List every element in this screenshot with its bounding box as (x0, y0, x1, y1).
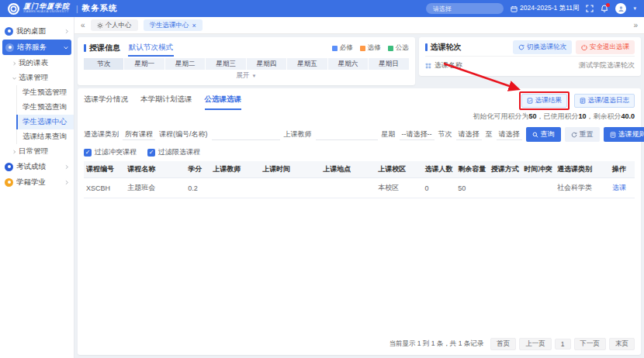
brand-block: 厦门华厦学院 XIAMEN HUAXIA UNIVERSITY (23, 3, 70, 14)
global-search-input[interactable] (426, 3, 504, 14)
cell-category: 社会科学类 (555, 178, 610, 198)
period-to-select[interactable]: 请选择 (497, 129, 522, 140)
student-status-icon (5, 178, 13, 187)
chevron-right-icon (12, 61, 16, 66)
timetable-header-row: 节次 星期一 星期二 星期三 星期四 星期五 星期六 星期日 (84, 58, 409, 70)
tab-personal-center[interactable]: 个人中心 (91, 19, 138, 31)
sidebar-item-my-desktop[interactable]: 我的桌面 (0, 23, 74, 39)
user-avatar[interactable] (615, 3, 626, 14)
page-1-button[interactable]: 1 (555, 339, 571, 349)
sidebar-item-exam-grades[interactable]: 考试成绩 (0, 159, 74, 174)
cell-location (320, 178, 376, 198)
notification-bell-icon[interactable] (601, 5, 608, 12)
page-tabbar: « 个人中心 学生选课中心 × » (74, 17, 644, 34)
elective-color-swatch (360, 46, 365, 51)
course-type-legend: 必修 选修 公选 (332, 43, 409, 53)
main-area: « 个人中心 学生选课中心 × » 授课信息 默认节次模式 必修 选修 (74, 17, 644, 358)
sidebar-item-student-preselect-query[interactable]: 学生预选查询 (16, 100, 74, 115)
sidebar-item-student-status[interactable]: 学籍学业 (0, 174, 74, 190)
exit-selection-button[interactable]: 安全退出选课 (576, 40, 635, 54)
selection-tabs: 选课学分情况 本学期计划选课 公选课选课 (84, 91, 241, 110)
grid-icon (425, 63, 431, 69)
cell-course-code: XSCBH (84, 178, 125, 198)
sidebar-item-student-course-center[interactable]: 学生选课中心 (16, 115, 74, 129)
sidebar-item-my-timetable[interactable]: 我的课表 (0, 56, 74, 71)
cell-credits: 0.2 (185, 178, 210, 198)
tabs-expand-icon[interactable]: » (633, 21, 638, 29)
prev-page-button[interactable]: 上一页 (519, 338, 552, 350)
reset-button[interactable]: 重置 (565, 127, 600, 142)
period-from-select[interactable]: 请选择 (456, 129, 482, 140)
default-period-mode-tab[interactable]: 默认节次模式 (128, 40, 174, 57)
next-page-button[interactable]: 下一页 (574, 338, 607, 350)
points-initial: 50 (528, 112, 536, 120)
teacher-input[interactable] (316, 129, 378, 140)
timetable-expand-toggle[interactable]: 展开 ▼ (84, 70, 409, 82)
term-week-selector[interactable]: 2024-2025-1 第11周 (511, 4, 579, 13)
teaching-info-title: 授课信息 (89, 43, 120, 53)
course-selection-panel: 选课学分情况 本学期计划选课 公选课选课 选课结果 选课/退选日志 (78, 88, 641, 355)
sidebar-item-selection-result-query[interactable]: 选课结果查询 (16, 129, 74, 144)
col-tuesday: 星期二 (165, 58, 206, 70)
weekday-label: 星期 (382, 129, 396, 139)
tabs-collapse-icon[interactable]: « (81, 21, 85, 29)
user-menu-caret-icon[interactable]: ▾ (633, 5, 636, 12)
sidebar-item-training-services[interactable]: 培养服务 (2, 40, 71, 55)
course-table: 课程编号 课程名称 学分 上课教师 上课时间 上课地点 上课校区 选课人数 剩余… (84, 161, 635, 198)
filter-conflict-checkbox[interactable]: ✓ 过滤冲突课程 (84, 147, 137, 157)
sidebar-item-student-preselect-mgmt[interactable]: 学生预选管理 (16, 85, 74, 100)
caret-down-icon: ▼ (251, 74, 256, 78)
tab-semester-plan[interactable]: 本学期计划选课 (140, 95, 192, 110)
sidebar-subtree: 学生预选管理 学生预选查询 学生选课中心 选课结果查询 (16, 85, 74, 144)
sidebar-item-course-selection-mgmt[interactable]: 选课管理 (0, 71, 74, 85)
cell-course-name: 主题班会 (125, 178, 185, 198)
course-input[interactable] (212, 129, 280, 140)
annotation-highlight-box: 选课结果 (519, 91, 570, 110)
close-icon[interactable]: × (192, 22, 196, 29)
legend-public: 公选 (388, 43, 409, 53)
switch-round-button[interactable]: 切换选课轮次 (513, 40, 572, 54)
chevron-down-icon (64, 45, 68, 50)
first-page-button[interactable]: 首页 (490, 338, 516, 350)
col-friday: 星期五 (287, 58, 327, 70)
tab-student-course-center[interactable]: 学生选课中心 × (144, 19, 203, 31)
teacher-label: 上课教师 (284, 129, 312, 139)
category-label: 通选课类别 (84, 129, 119, 139)
cell-teacher (210, 178, 260, 198)
selection-result-button[interactable]: 选课结果 (521, 94, 567, 108)
selection-round-title: 选课轮次 (431, 42, 462, 53)
chevron-right-icon (64, 29, 69, 34)
panel-accent-bar (425, 43, 428, 51)
selection-rules-button[interactable]: 选课规则 (604, 127, 644, 142)
selection-log-button[interactable]: 选课/退选日志 (574, 94, 635, 108)
pagination-info: 当前显示 1 到 1 条，共 1 条记录 (389, 339, 483, 349)
chevron-right-icon (64, 180, 69, 185)
select-course-link[interactable]: 选课 (612, 184, 626, 191)
panel-accent-bar (84, 44, 86, 52)
last-page-button[interactable]: 末页 (609, 338, 635, 350)
category-select[interactable]: 所有课程 (123, 129, 155, 140)
col-wednesday: 星期三 (206, 58, 246, 70)
chevron-right-icon (64, 164, 69, 170)
sidebar-item-daily-mgmt[interactable]: 日常管理 (0, 144, 74, 159)
cell-capacity: 50 (455, 178, 489, 198)
search-icon (532, 132, 538, 138)
fullscreen-icon[interactable] (586, 5, 594, 12)
brand-subtitle: XIAMEN HUAXIA UNIVERSITY (23, 11, 70, 14)
round-name-value: 测试学院选课轮次 (579, 60, 635, 71)
teaching-info-panel: 授课信息 默认节次模式 必修 选修 公选 节次 星期一 星期二 星期三 星期四 … (78, 37, 415, 85)
chevron-down-icon (12, 76, 16, 81)
table-row: XSCBH 主题班会 0.2 本校区 0 50 社会科学类 选课 (84, 178, 635, 198)
top-navbar: 厦门华厦学院 XIAMEN HUAXIA UNIVERSITY | 教务系统 2… (0, 0, 644, 17)
to-label: 至 (486, 129, 493, 139)
refresh-icon (518, 44, 525, 50)
weekday-select[interactable]: --请选择-- (400, 129, 435, 140)
tab-public-course-selection[interactable]: 公选课选课 (205, 95, 242, 110)
training-icon (5, 43, 14, 52)
filter-restricted-checkbox[interactable]: ✓ 过滤限选课程 (147, 147, 200, 157)
tab-credit-status[interactable]: 选课学分情况 (84, 95, 128, 110)
round-name-row: 选课名称 测试学院选课轮次 (425, 60, 635, 71)
pagination: 当前显示 1 到 1 条，共 1 条记录 首页 上一页 1 下一页 末页 (84, 335, 635, 350)
search-button[interactable]: 查询 (526, 127, 561, 142)
required-color-swatch (332, 46, 338, 51)
